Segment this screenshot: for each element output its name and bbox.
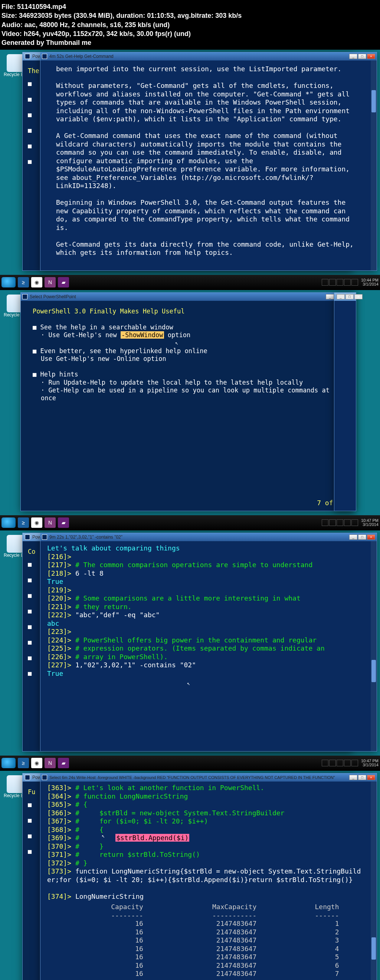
- taskbar-powershell-icon[interactable]: ≥: [18, 277, 29, 288]
- scrollbar[interactable]: [371, 60, 377, 270]
- minimize-button[interactable]: _: [349, 54, 358, 59]
- table-row: 1621474836471: [64, 920, 354, 928]
- fg-titlebar[interactable]: Select 6m 24s Write-Host -foreground WHI…: [40, 773, 377, 781]
- thumbnail-4: Recycle Bin PowerS Fu Select 6m 24s Writ…: [0, 770, 380, 980]
- recycle-bin-icon: [7, 535, 24, 553]
- tray-icon[interactable]: [322, 760, 329, 766]
- taskbar-chrome-icon[interactable]: ◉: [31, 758, 42, 768]
- tray-icon[interactable]: [337, 279, 343, 286]
- maximize-button[interactable]: □: [358, 535, 366, 540]
- meta-video: Video: h264, yuv420p, 1152x720, 342 kb/s…: [2, 29, 378, 38]
- console-output[interactable]: Let's talk about comparing things [216]>…: [40, 541, 377, 751]
- tray-icon[interactable]: [344, 519, 351, 526]
- taskbar-onenote-icon[interactable]: N: [45, 758, 56, 768]
- foreground-window: Select 6m 24s Write-Host -foreground WHI…: [40, 773, 377, 980]
- output-table: CapacityMaxCapacityLength --------------…: [64, 903, 354, 978]
- taskbar-visualstudio-icon[interactable]: ▰: [58, 277, 69, 288]
- scrollbar[interactable]: [371, 781, 377, 980]
- mouse-cursor-icon: ↖: [175, 340, 178, 347]
- console-output[interactable]: [363]> # Let's look at another function …: [40, 781, 377, 980]
- taskbar[interactable]: ≥ ◉ N ▰ 10:47 PM3/1/2014: [0, 756, 380, 770]
- taskbar-clock[interactable]: 10:47 PM3/1/2014: [361, 519, 378, 527]
- scrollbar-thumb[interactable]: [372, 90, 376, 112]
- powershell-icon: [42, 535, 47, 540]
- start-button[interactable]: [2, 758, 16, 768]
- taskbar[interactable]: ≥ ◉ N ▰ 10:47 PM3/1/2014: [0, 515, 380, 530]
- thumbnail-3: Recycle Bin PowerS Co 9m 22s 1,"02",3,02…: [0, 530, 380, 770]
- close-button[interactable]: ×: [367, 54, 375, 59]
- table-row: 1621474836477: [64, 970, 354, 978]
- tray-icon[interactable]: [322, 519, 329, 526]
- powershell-icon: [22, 294, 27, 299]
- foreground-window: 4m 52s Get-Help Get-Command _□× been imp…: [40, 52, 377, 271]
- table-row: 1621474836472: [64, 928, 354, 937]
- fg-titlebar[interactable]: Select PowerShellPoint _□×: [21, 293, 353, 301]
- scrollbar-thumb[interactable]: [372, 937, 376, 959]
- fg-titlebar[interactable]: 9m 22s 1,"02",3,02,"1" -contains "02" _□…: [40, 533, 377, 541]
- maximize-button[interactable]: □: [358, 54, 366, 59]
- thumbnail-2: Recycle Bin Select PowerShellPoint _□× P…: [0, 290, 380, 530]
- maximize-button[interactable]: □: [358, 775, 366, 780]
- tray-icon[interactable]: [351, 760, 358, 766]
- scrollbar-thumb[interactable]: [372, 660, 376, 682]
- tray-icon[interactable]: [351, 519, 358, 526]
- table-row: 1621474836475: [64, 953, 354, 961]
- table-row: 1621474836476: [64, 961, 354, 970]
- start-button[interactable]: [2, 277, 16, 288]
- taskbar-onenote-icon[interactable]: N: [45, 277, 56, 288]
- close-button[interactable]: ×: [367, 775, 375, 780]
- meta-gen: Generated by Thumbnail me: [2, 38, 378, 47]
- video-metadata: File: 511410594.mp4 Size: 346923035 byte…: [0, 0, 380, 49]
- taskbar-onenote-icon[interactable]: N: [45, 517, 56, 528]
- tray-icon[interactable]: [337, 760, 343, 766]
- powershell-icon: [25, 535, 30, 540]
- recycle-bin-icon: [7, 775, 24, 793]
- tray-icon[interactable]: [322, 279, 329, 286]
- fg-titlebar[interactable]: 4m 52s Get-Help Get-Command _□×: [40, 52, 377, 60]
- minimize-button[interactable]: _: [326, 294, 334, 299]
- meta-file: File: 511410594.mp4: [2, 2, 378, 11]
- minimize-button[interactable]: _: [349, 775, 358, 780]
- tray-icon[interactable]: [329, 760, 336, 766]
- taskbar-visualstudio-icon[interactable]: ▰: [58, 758, 69, 768]
- powershell-icon: [25, 54, 30, 59]
- scrollbar[interactable]: [371, 541, 377, 751]
- taskbar-chrome-icon[interactable]: ◉: [31, 517, 42, 528]
- powershell-icon: [25, 775, 30, 780]
- close-button[interactable]: ×: [367, 535, 375, 540]
- tray-icon[interactable]: [351, 279, 358, 286]
- taskbar-clock[interactable]: 10:47 PM3/1/2014: [361, 759, 378, 767]
- minimize-button[interactable]: _: [349, 535, 358, 540]
- close-button[interactable]: ×: [354, 294, 362, 299]
- help-text[interactable]: been imported into the current session, …: [40, 60, 377, 270]
- taskbar[interactable]: ≥ ◉ N ▰ 10:44 PM3/1/2014: [0, 275, 380, 290]
- taskbar-chrome-icon[interactable]: ◉: [31, 277, 42, 288]
- start-button[interactable]: [2, 517, 16, 528]
- slide-heading: PowerShell 3.0 Finally Makes Help Useful: [33, 307, 342, 315]
- thumbnail-1: Recycle Bin PowerShellPoint _□× The 4m 5…: [0, 49, 380, 290]
- tray-icon[interactable]: [344, 279, 351, 286]
- taskbar-clock[interactable]: 10:44 PM3/1/2014: [361, 278, 378, 286]
- tray-icon[interactable]: [329, 279, 336, 286]
- tray-icon[interactable]: [329, 519, 336, 526]
- table-row: 1621474836474: [64, 945, 354, 953]
- mouse-cursor-icon: ↖: [187, 680, 190, 687]
- table-row: 1621474836473: [64, 936, 354, 945]
- maximize-button[interactable]: □: [345, 294, 354, 299]
- mouse-cursor-icon: ↖: [192, 175, 195, 182]
- bg-window-fragment: _□×: [334, 292, 356, 511]
- foreground-window: 9m 22s 1,"02",3,02,"1" -contains "02" _□…: [40, 533, 377, 751]
- meta-size: Size: 346923035 bytes (330.94 MiB), dura…: [2, 11, 378, 20]
- minimize-button[interactable]: _: [337, 294, 345, 299]
- taskbar-visualstudio-icon[interactable]: ▰: [58, 517, 69, 528]
- powershell-icon: [42, 54, 47, 59]
- powershell-icon: [42, 775, 47, 780]
- recycle-bin-icon: [7, 54, 24, 72]
- slideshow-window: Select PowerShellPoint _□× PowerShell 3.…: [21, 292, 354, 511]
- tray-icon[interactable]: [344, 760, 351, 766]
- slide-content: PowerShell 3.0 Finally Makes Help Useful…: [21, 301, 353, 511]
- taskbar-powershell-icon[interactable]: ≥: [18, 517, 29, 528]
- mouse-cursor-icon: ↖: [102, 833, 105, 839]
- tray-icon[interactable]: [337, 519, 343, 526]
- taskbar-powershell-icon[interactable]: ≥: [18, 758, 29, 768]
